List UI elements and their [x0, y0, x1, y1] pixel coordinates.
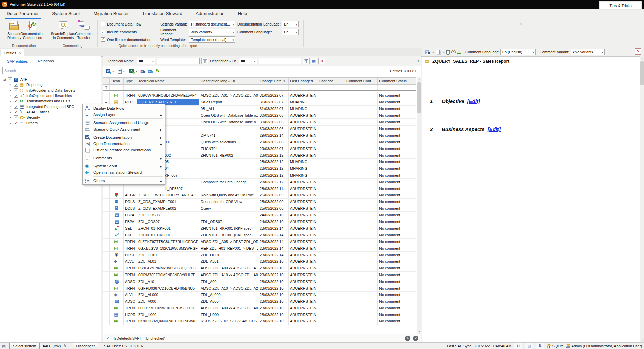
- cell-change-date[interactable]: 30/03/2022 06...: [258, 119, 289, 125]
- cell-comment-status[interactable]: No comment: [378, 99, 415, 105]
- save-comment-icon[interactable]: [425, 49, 430, 55]
- cell-last-changed[interactable]: ADUERRSTEIN: [289, 126, 318, 132]
- table-row[interactable]: TRFN 0ORM785ZD6M5NB5NB0Y0HL7F ADSO ZDL_A…: [103, 272, 416, 279]
- cell-last-changed[interactable]: ADUERRSTEIN: [289, 139, 318, 145]
- sync-refresh-button[interactable]: [514, 343, 522, 349]
- cell-description[interactable]: ZDL_A00: [199, 278, 258, 285]
- comment-variant-combo[interactable]: <No variant>: [571, 49, 605, 55]
- cell-description[interactable]: ZDL_ODS07: [199, 218, 258, 225]
- scroll-up-icon[interactable]: ▲: [417, 77, 421, 82]
- cell-technical-name[interactable]: 0LZFKT9ZTTBC8UEE7RHHGFDGF: [137, 239, 199, 245]
- cell-last-doc[interactable]: [318, 252, 345, 258]
- tree-item[interactable]: ▸ InfoProvider and Data Targets: [0, 88, 101, 93]
- cell-comment-status[interactable]: No comment: [378, 265, 415, 271]
- cell-description[interactable]: [199, 159, 258, 165]
- cell-last-doc[interactable]: [318, 199, 345, 205]
- tree-checkbox[interactable]: [14, 115, 18, 119]
- chevron-down-icon[interactable]: [442, 50, 445, 54]
- tree-expander-icon[interactable]: ▸: [9, 89, 12, 92]
- cell-change-date[interactable]: 31/03/2022 07...: [258, 92, 289, 99]
- table-row[interactable]: TRFN 0GXBLGV8T192CL8W0SMSWRGF REP ZDL_H0…: [103, 245, 416, 252]
- grid-vertical-scrollbar[interactable]: ▲ ▼: [417, 77, 421, 334]
- cell-comment-conf[interactable]: [345, 106, 378, 112]
- cell-change-date[interactable]: 23/03/2022 14...: [258, 225, 289, 232]
- cell-description[interactable]: ZHCNT01_CKF001 (CKF spec): [199, 232, 258, 238]
- cell-change-date[interactable]: 23/03/2022 10...: [258, 265, 289, 271]
- cell-last-doc[interactable]: [318, 245, 345, 251]
- cell-change-date[interactable]: 25/03/2022 09...: [258, 192, 289, 198]
- scroll-up-icon[interactable]: ▲: [640, 56, 644, 61]
- cell-technical-name[interactable]: ZDL_H000: [137, 311, 199, 318]
- cell-description[interactable]: DP-5741: [199, 132, 258, 139]
- table-row[interactable]: DDLS Z_CDS_EXAMPLE001 Description for CD…: [103, 199, 416, 205]
- cell-comment-status[interactable]: No comment: [378, 185, 415, 192]
- cell-last-doc[interactable]: [318, 172, 345, 179]
- cell-last-doc[interactable]: [318, 218, 345, 225]
- column-header[interactable]: Comment Status: [378, 78, 415, 84]
- cell-technical-name[interactable]: 0GXBLGV8T192CL8W0SMSWRGF: [137, 245, 199, 251]
- export-comment-icon[interactable]: [457, 50, 461, 54]
- menu-item[interactable]: Others: [83, 177, 165, 184]
- table-row[interactable]: TRFN 0LZFKT9ZTTBC8UEE7RHHGFDGF ADSO ZDL_…: [103, 239, 416, 245]
- cell-change-date[interactable]: 30/03/2022 06...: [258, 126, 289, 132]
- cell-comment-status[interactable]: No comment: [378, 305, 415, 311]
- refresh-grid-icon[interactable]: [155, 68, 161, 74]
- cell-last-doc[interactable]: [318, 99, 345, 105]
- cell-last-doc[interactable]: [318, 106, 345, 112]
- cell-last-changed[interactable]: ADUERRSTEIN: [289, 152, 318, 158]
- cell-comment-status[interactable]: No comment: [378, 119, 415, 125]
- cell-comment-conf[interactable]: [345, 126, 378, 132]
- cell-comment-conf[interactable]: [345, 152, 378, 158]
- copy-comment-icon[interactable]: [435, 49, 441, 55]
- cell-type[interactable]: TRFN: [124, 245, 137, 251]
- cell-comment-conf[interactable]: [345, 305, 378, 311]
- cell-last-doc[interactable]: [318, 285, 345, 291]
- cell-last-doc[interactable]: [318, 185, 345, 192]
- cell-change-date[interactable]: 23/03/2022 10...: [258, 278, 289, 285]
- cell-comment-status[interactable]: No comment: [378, 132, 415, 139]
- scroll-down-icon[interactable]: ▼: [640, 338, 644, 342]
- cell-last-doc[interactable]: [318, 265, 345, 271]
- cell-comment-conf[interactable]: [345, 99, 378, 105]
- cell-type[interactable]: TRFN: [124, 265, 137, 271]
- cell-technical-name[interactable]: Z_CDS_EXAMPLE002: [137, 205, 199, 212]
- cell-type[interactable]: TRFN: [124, 318, 137, 325]
- cell-description[interactable]: Query: [199, 205, 258, 212]
- cell-comment-status[interactable]: No comment: [378, 172, 415, 179]
- cell-last-changed[interactable]: ADUERRSTEIN: [289, 278, 318, 285]
- cell-technical-name[interactable]: ZHCNT01_CKF001: [137, 232, 199, 238]
- cell-comment-conf[interactable]: [345, 318, 378, 325]
- cell-comment-status[interactable]: No comment: [378, 126, 415, 132]
- cell-comment-conf[interactable]: [345, 205, 378, 212]
- system-list-icon[interactable]: [2, 344, 7, 348]
- filter-editor-button[interactable]: [311, 58, 317, 64]
- filter-row-options-icon[interactable]: [417, 59, 419, 63]
- cell-last-doc[interactable]: [318, 205, 345, 212]
- cell-comment-conf[interactable]: [345, 92, 378, 99]
- tree-expander-icon[interactable]: ▸: [9, 116, 12, 119]
- cell-change-date[interactable]: 23/03/2022 14...: [258, 239, 289, 245]
- cell-comment-conf[interactable]: [345, 212, 378, 218]
- menu-item[interactable]: Create Documentation: [83, 134, 165, 140]
- cell-change-date[interactable]: 28/03/2022 12...: [258, 165, 289, 172]
- tab-entities[interactable]: Entities: [1, 49, 24, 57]
- cell-description[interactable]: Composite for Data Lineage: [199, 179, 258, 185]
- column-header[interactable]: Icon: [110, 78, 124, 84]
- cell-type[interactable]: DDLS: [124, 205, 137, 212]
- cell-last-changed[interactable]: ADUERRSTEIN: [289, 119, 318, 125]
- cell-last-changed[interactable]: MHARING: [289, 172, 318, 179]
- cell-last-doc[interactable]: [318, 126, 345, 132]
- cell-last-doc[interactable]: [318, 159, 345, 165]
- cell-comment-conf[interactable]: [345, 159, 378, 165]
- language-combo[interactable]: En: [282, 21, 299, 27]
- ribbon-tab[interactable]: Administration: [194, 9, 227, 19]
- filter-operator-combo[interactable]: ==: [239, 58, 257, 64]
- cell-comment-status[interactable]: No comment: [378, 285, 415, 291]
- cell-comment-status[interactable]: No comment: [378, 239, 415, 245]
- cell-last-doc[interactable]: [318, 145, 345, 152]
- apply-filter-button[interactable]: [303, 58, 310, 64]
- cell-last-doc[interactable]: [318, 272, 345, 278]
- cell-comment-conf[interactable]: [345, 192, 378, 198]
- cell-description[interactable]: ADSO ZDL_A05 -> DEST ZDL_OD01: [199, 239, 258, 245]
- cell-description[interactable]: [199, 172, 258, 179]
